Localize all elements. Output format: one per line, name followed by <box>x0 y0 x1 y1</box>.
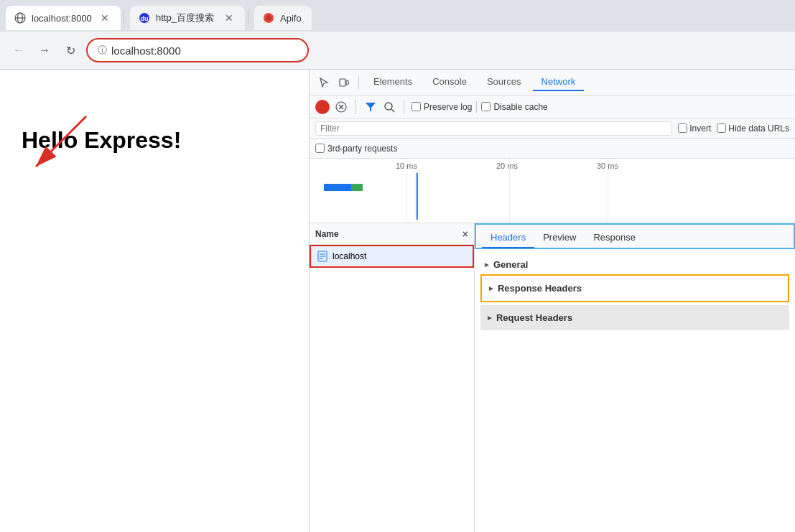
tab-title-localhost: localhost:8000 <box>32 13 92 24</box>
url-box[interactable]: ⓘ localhost:8000 <box>86 38 309 62</box>
filter-button[interactable] <box>363 100 378 114</box>
toolbar-separator <box>358 75 359 90</box>
preserve-log-checkbox[interactable]: Preserve log <box>412 102 472 112</box>
network-sep1 <box>355 100 356 114</box>
baidu-icon: du <box>139 12 150 24</box>
tab-console[interactable]: Console <box>424 73 475 91</box>
request-headers-label: Request Headers <box>496 312 572 323</box>
device-mode-button[interactable] <box>335 74 353 91</box>
tick-line-2 <box>509 159 510 223</box>
response-headers-arrow-icon: ► <box>488 284 495 292</box>
browser-chrome: localhost:8000 ✕ du http_百度搜索 ✕ <box>0 0 795 70</box>
filter-bar: Invert Hide data URLs <box>310 118 795 139</box>
apifo-icon <box>263 12 274 24</box>
response-headers-label: Response Headers <box>498 283 582 294</box>
svg-point-15 <box>385 103 392 110</box>
request-item-localhost[interactable]: localhost <box>310 245 474 268</box>
request-headers-arrow-icon: ► <box>486 314 493 322</box>
requests-panel: Name × localhost <box>310 223 475 532</box>
headers-panel: Headers Preview Response ► General <box>475 223 795 532</box>
tab-title-baidu: http_百度搜索 <box>156 11 216 24</box>
headers-tab-response[interactable]: Response <box>585 228 644 248</box>
tab-close-baidu[interactable]: ✕ <box>222 11 236 25</box>
tab-bar: localhost:8000 ✕ du http_百度搜索 ✕ <box>0 0 795 32</box>
reload-button[interactable]: ↻ <box>60 40 80 60</box>
headers-tabs: Headers Preview Response <box>475 223 795 249</box>
general-section-header[interactable]: ► General <box>480 255 789 274</box>
tab-localhost[interactable]: localhost:8000 ✕ <box>6 6 121 30</box>
forward-button[interactable]: → <box>34 40 55 60</box>
request-item-name: localhost <box>333 251 366 261</box>
sep3 <box>476 101 477 113</box>
timeline-vline-blue <box>416 173 417 220</box>
svg-marker-14 <box>366 103 376 111</box>
request-headers-toggle[interactable]: ► Request Headers <box>483 308 786 327</box>
tab-apifo[interactable]: Apifo <box>254 6 312 30</box>
tab-separator-2 <box>248 11 248 25</box>
network-body: Name × localhost <box>310 223 795 532</box>
headers-tab-headers[interactable]: Headers <box>482 228 534 248</box>
third-party-bar: 3rd-party requests <box>310 139 795 159</box>
tab-close-localhost[interactable]: ✕ <box>98 11 112 25</box>
tab-baidu[interactable]: du http_百度搜索 ✕ <box>130 6 245 30</box>
record-button[interactable] <box>315 100 330 114</box>
disable-cache-checkbox[interactable]: Disable cache <box>481 102 547 112</box>
timeline-bar-blue <box>324 184 351 191</box>
address-bar: ← → ↻ ⓘ localhost:8000 <box>0 32 795 69</box>
request-file-icon <box>317 251 328 262</box>
tab-separator-1 <box>124 11 124 25</box>
filter-input[interactable] <box>315 121 672 136</box>
headers-content: ► General ► Response Headers ► <box>475 249 795 532</box>
invert-checkbox[interactable]: Invert <box>678 123 711 134</box>
inspect-element-button[interactable] <box>315 74 333 91</box>
general-arrow-icon: ► <box>483 261 491 269</box>
response-headers-toggle[interactable]: ► Response Headers <box>485 279 785 298</box>
tick-line-1 <box>406 159 407 223</box>
requests-header: Name × <box>310 223 474 245</box>
headers-tab-preview[interactable]: Preview <box>534 228 585 248</box>
globe-icon <box>14 12 26 24</box>
close-requests-button[interactable]: × <box>462 228 468 240</box>
devtools-top-toolbar: Elements Console Sources Network <box>310 70 795 95</box>
devtools-panel: Elements Console Sources Network <box>309 70 795 532</box>
info-icon: ⓘ <box>98 44 107 57</box>
svg-rect-10 <box>346 80 348 85</box>
tab-network[interactable]: Network <box>533 73 585 91</box>
svg-text:du: du <box>141 15 149 22</box>
timeline-mark-20ms: 20 ms <box>496 162 518 170</box>
tab-elements[interactable]: Elements <box>365 73 421 91</box>
response-headers-section: ► Response Headers <box>480 274 789 302</box>
back-button[interactable]: ← <box>9 40 29 60</box>
svg-line-16 <box>391 109 394 112</box>
timeline-vline-red <box>417 173 418 220</box>
requests-header-label: Name <box>315 229 339 239</box>
timeline: 10 ms 20 ms 30 ms <box>310 159 795 223</box>
third-party-checkbox[interactable]: 3rd-party requests <box>315 144 397 154</box>
svg-rect-9 <box>340 79 345 86</box>
timeline-bar-green <box>351 184 363 191</box>
network-sep2 <box>404 100 404 114</box>
svg-point-6 <box>266 15 271 21</box>
tab-sources[interactable]: Sources <box>478 73 530 91</box>
search-network-button[interactable] <box>382 100 396 114</box>
clear-button[interactable] <box>334 100 348 114</box>
hide-data-urls-checkbox[interactable]: Hide data URLs <box>717 123 789 134</box>
page-content: Hello Express! <box>0 70 309 532</box>
request-headers-section: ► Request Headers <box>480 305 789 330</box>
main-content: Hello Express! Elements <box>0 70 795 532</box>
tab-title-apifo: Apifo <box>280 13 303 24</box>
tick-line-3 <box>608 159 608 223</box>
url-text: localhost:8000 <box>111 45 181 57</box>
svg-line-8 <box>36 116 86 167</box>
general-label: General <box>493 259 528 270</box>
network-toolbar: Preserve log Disable cache <box>310 95 795 118</box>
arrow-annotation <box>22 109 108 195</box>
